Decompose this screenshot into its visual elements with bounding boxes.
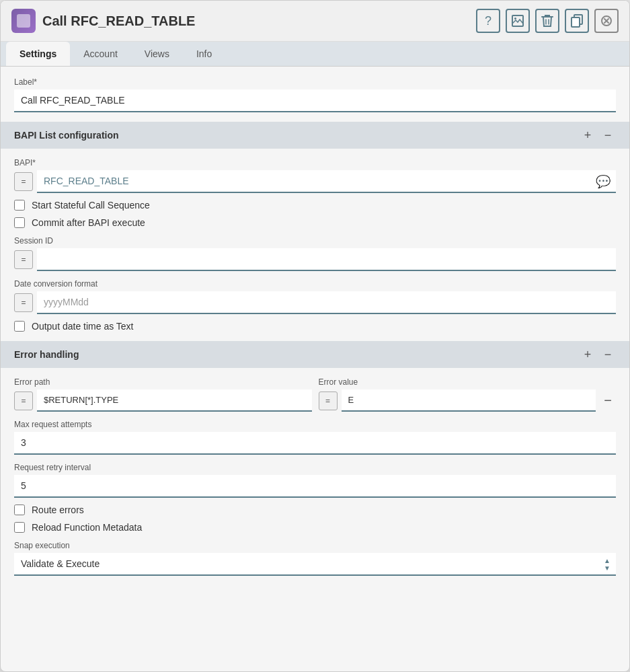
bapi-section-buttons: + − [580, 127, 616, 143]
error-path-eq-button[interactable]: = [14, 391, 33, 410]
title-bar: Call RFC_READ_TABLE ? [1, 1, 629, 42]
date-input-wrapper [37, 291, 616, 314]
bapi-remove-button[interactable]: − [600, 127, 616, 143]
stateful-label[interactable]: Start Stateful Call Sequence [32, 200, 150, 211]
bapi-eq-button[interactable]: = [14, 172, 33, 191]
bapi-add-button[interactable]: + [580, 127, 596, 143]
error-section-title: Error handling [14, 349, 79, 360]
error-value-col-label: Error value [319, 377, 617, 387]
error-section-buttons: + − [580, 346, 616, 363]
snap-icon [11, 9, 36, 33]
retry-interval-label: Request retry interval [14, 463, 616, 472]
error-path-input[interactable] [37, 389, 312, 412]
error-value-input[interactable] [342, 389, 596, 412]
image-button[interactable] [506, 9, 530, 33]
select-arrows-icon: ▲ ▼ [604, 558, 611, 572]
output-date-label[interactable]: Output date time as Text [32, 321, 134, 332]
delete-button[interactable] [535, 9, 559, 33]
help-button[interactable]: ? [476, 9, 500, 33]
date-format-row: = [14, 291, 616, 314]
reload-metadata-label[interactable]: Reload Function Metadata [32, 522, 142, 533]
settings-content: Label* BAPI List configuration + − BAPI*… [1, 67, 629, 671]
error-path-input-row: = [14, 389, 312, 412]
session-id-row: = [14, 248, 616, 271]
error-columns: Error path = Error value = − [14, 377, 616, 412]
error-add-button[interactable]: + [580, 346, 596, 363]
svg-rect-5 [572, 17, 580, 27]
comment-icon: 💬 [596, 174, 611, 189]
bapi-input-row: = 💬 [14, 170, 616, 193]
bapi-input-wrapper: 💬 [37, 170, 616, 193]
session-input-wrapper [37, 248, 616, 271]
max-attempts-label: Max request attempts [14, 420, 616, 429]
commit-label[interactable]: Commit after BAPI execute [32, 217, 145, 228]
snap-execution-wrapper: Validate & Execute Execute only Disabled… [14, 553, 616, 576]
error-value-input-row: = − [319, 389, 617, 412]
window-title: Call RFC_READ_TABLE [42, 13, 195, 29]
tab-settings[interactable]: Settings [6, 42, 70, 66]
session-id-label: Session ID [14, 236, 616, 246]
label-field-label: Label* [14, 77, 616, 87]
error-path-col: Error path = [14, 377, 312, 412]
reload-metadata-checkbox[interactable] [14, 522, 25, 533]
error-section-header: Error handling + − [1, 341, 629, 368]
date-eq-button[interactable]: = [14, 293, 33, 312]
retry-interval-input[interactable] [14, 475, 616, 498]
route-errors-label[interactable]: Route errors [32, 505, 84, 515]
output-date-row: Output date time as Text [14, 321, 616, 332]
tab-info[interactable]: Info [183, 42, 225, 66]
bapi-field-label: BAPI* [14, 158, 616, 167]
bapi-section-header: BAPI List configuration + − [1, 122, 629, 149]
tabs-bar: Settings Account Views Info [1, 42, 629, 67]
close-button[interactable] [594, 9, 619, 33]
session-input[interactable] [37, 248, 616, 271]
tab-views[interactable]: Views [131, 42, 183, 66]
title-actions: ? [476, 9, 619, 33]
bapi-input[interactable] [37, 170, 616, 193]
route-errors-checkbox[interactable] [14, 505, 25, 515]
reload-metadata-row: Reload Function Metadata [14, 522, 616, 533]
main-window: Call RFC_READ_TABLE ? [0, 0, 630, 672]
bapi-section-title: BAPI List configuration [14, 130, 119, 141]
error-remove-button[interactable]: − [600, 346, 616, 363]
route-errors-row: Route errors [14, 505, 616, 515]
label-input[interactable] [14, 89, 616, 112]
copy-button[interactable] [565, 9, 589, 33]
snap-execution-label: Snap execution [14, 541, 616, 550]
error-value-eq-button[interactable]: = [319, 391, 338, 410]
session-eq-button[interactable]: = [14, 250, 33, 269]
snap-execution-select[interactable]: Validate & Execute Execute only Disabled [14, 553, 616, 576]
tab-account[interactable]: Account [70, 42, 131, 66]
stateful-checkbox[interactable] [14, 200, 25, 211]
commit-checkbox-row: Commit after BAPI execute [14, 217, 616, 228]
error-value-col: Error value = − [319, 377, 617, 412]
error-path-col-label: Error path [14, 377, 312, 387]
date-input[interactable] [37, 291, 616, 314]
commit-checkbox[interactable] [14, 217, 25, 228]
output-date-checkbox[interactable] [14, 321, 25, 332]
title-left: Call RFC_READ_TABLE [11, 9, 195, 33]
svg-point-1 [514, 17, 516, 20]
stateful-checkbox-row: Start Stateful Call Sequence [14, 200, 616, 211]
error-row-remove-button[interactable]: − [600, 393, 616, 409]
max-attempts-input[interactable] [14, 432, 616, 455]
date-format-label: Date conversion format [14, 279, 616, 289]
